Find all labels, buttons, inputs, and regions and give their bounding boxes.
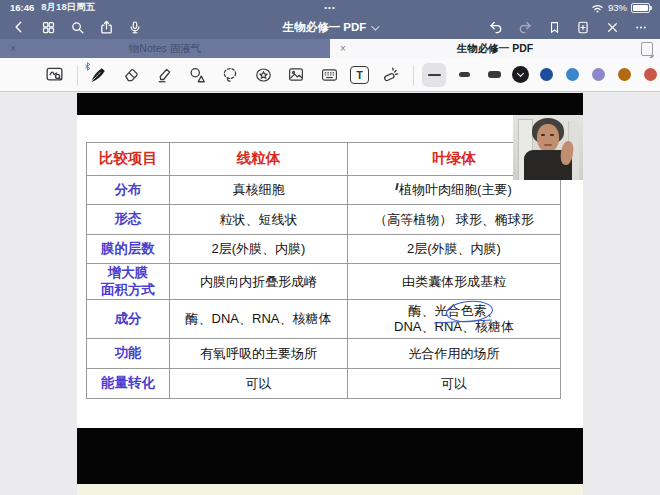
toolbar-divider: [413, 65, 414, 85]
search-button[interactable]: [66, 17, 88, 37]
sticker-icon: [254, 66, 273, 84]
record-audio-button[interactable]: [124, 17, 146, 37]
add-page-button[interactable]: [572, 17, 594, 37]
bookmark-button[interactable]: [543, 17, 565, 37]
redo-button[interactable]: [514, 17, 536, 37]
undo-icon: [488, 20, 504, 35]
pen-annotation-circle: 光合色素: [435, 303, 487, 319]
eraser-icon: [122, 66, 140, 84]
color-red[interactable]: [644, 68, 657, 81]
sticker-tool[interactable]: [251, 63, 275, 87]
laser-pointer-tool[interactable]: [378, 63, 402, 87]
back-chevron-icon: [12, 20, 26, 34]
tab-bar: × 物Notes 固液气 × 生物必修一 PDF: [0, 39, 660, 58]
zoom-window-icon: [45, 66, 64, 83]
fountain-pen-icon: [89, 66, 107, 84]
close-icon: [606, 21, 619, 34]
add-page-icon: [576, 20, 590, 35]
keyboard-tool[interactable]: [317, 63, 341, 87]
shapes-icon: [188, 66, 207, 84]
header-cell: 比较项目: [87, 143, 170, 176]
image-icon: [287, 66, 305, 83]
back-button[interactable]: [8, 17, 30, 37]
pen-tool[interactable]: [86, 63, 110, 87]
lasso-tool[interactable]: [218, 63, 242, 87]
status-bar: 16:46 8月18日周五 ••• 93%: [0, 0, 660, 15]
tab-label: 物Notes 固液气: [0, 42, 330, 56]
text-tool[interactable]: T: [350, 66, 369, 84]
pen-toolbar: T: [0, 58, 660, 92]
wifi-icon: [591, 3, 604, 13]
slide-top-black-bar: [77, 93, 583, 115]
table-header-row: 比较项目 线粒体 叶绿体: [87, 143, 561, 176]
table-row: 成分 酶、DNA、RNA、核糖体 酶、光合色素、 DNA、RNA、核糖体: [87, 300, 561, 339]
pdf-page[interactable]: 比较项目 线粒体 叶绿体 分布 真核细胞 植物叶肉细胞(主要) 形态 粒状、短线…: [77, 93, 583, 495]
share-icon: [99, 20, 114, 35]
toolbar-divider: [77, 65, 78, 85]
color-navy[interactable]: [540, 68, 553, 81]
tab-notes[interactable]: × 物Notes 固液气: [0, 39, 330, 58]
app-switcher-indicator: •••: [0, 3, 660, 12]
color-purple[interactable]: [592, 68, 605, 81]
thickness-thin[interactable]: [422, 63, 446, 87]
battery-icon: [631, 3, 650, 13]
page-grid-button[interactable]: [37, 17, 59, 37]
table-row: 形态 粒状、短线状 （高等植物） 球形、椭球形: [87, 205, 561, 235]
more-button[interactable]: [630, 17, 652, 37]
highlighter-icon: [155, 66, 173, 84]
page-thumbnail-icon[interactable]: [641, 42, 653, 56]
table-row: 分布 真核细胞 植物叶肉细胞(主要): [87, 176, 561, 205]
thickness-medium[interactable]: [452, 63, 476, 87]
color-blue[interactable]: [566, 68, 579, 81]
color-orange[interactable]: [618, 68, 631, 81]
more-icon: [633, 21, 649, 34]
undo-button[interactable]: [485, 17, 507, 37]
highlighter-tool[interactable]: [152, 63, 176, 87]
close-document-button[interactable]: [601, 17, 623, 37]
table-row: 功能 有氧呼吸的主要场所 光合作用的场所: [87, 339, 561, 369]
table-row: 膜的层数 2层(外膜、内膜) 2层(外膜、内膜): [87, 235, 561, 264]
tab-label: 生物必修一 PDF: [330, 42, 660, 56]
bookmark-icon: [548, 20, 561, 35]
color-black[interactable]: [512, 66, 529, 83]
ipad-screen: 16:46 8月18日周五 ••• 93%: [0, 0, 660, 495]
laser-pointer-icon: [381, 66, 400, 84]
table-row: 增大膜 面积方式 内膜向内折叠形成嵴 由类囊体形成基粒: [87, 264, 561, 300]
pdf-canvas[interactable]: 比较项目 线粒体 叶绿体 分布 真核细胞 植物叶肉细胞(主要) 形态 粒状、短线…: [0, 93, 660, 495]
tab-biology-pdf[interactable]: × 生物必修一 PDF: [330, 39, 660, 58]
chevron-down-icon: [372, 22, 380, 30]
microphone-icon: [128, 20, 142, 35]
redo-icon: [517, 20, 533, 35]
header-cell: 线粒体: [170, 143, 348, 176]
document-title: 生物必修一 PDF: [283, 21, 367, 33]
table-row: 能量转化 可以 可以: [87, 369, 561, 399]
lasso-icon: [221, 66, 239, 84]
search-icon: [70, 20, 85, 35]
keyboard-icon: [320, 67, 339, 83]
bluetooth-icon: [84, 62, 91, 71]
next-page-strip: [77, 484, 583, 495]
grid-icon: [41, 20, 56, 35]
comparison-table: 比较项目 线粒体 叶绿体 分布 真核细胞 植物叶肉细胞(主要) 形态 粒状、短线…: [86, 142, 561, 399]
image-tool[interactable]: [284, 63, 308, 87]
presenter-webcam-video[interactable]: [513, 115, 583, 180]
slide-bottom-black-bar: [77, 428, 583, 484]
share-button[interactable]: [95, 17, 117, 37]
zoom-window-tool[interactable]: [42, 63, 66, 87]
nav-bar: 生物必修一 PDF: [0, 15, 660, 39]
eraser-tool[interactable]: [119, 63, 143, 87]
battery-percent: 93%: [608, 2, 627, 13]
shapes-tool[interactable]: [185, 63, 209, 87]
text-tool-glyph: T: [356, 69, 363, 81]
thickness-thick[interactable]: [482, 63, 506, 87]
presenter-face: [537, 124, 559, 151]
